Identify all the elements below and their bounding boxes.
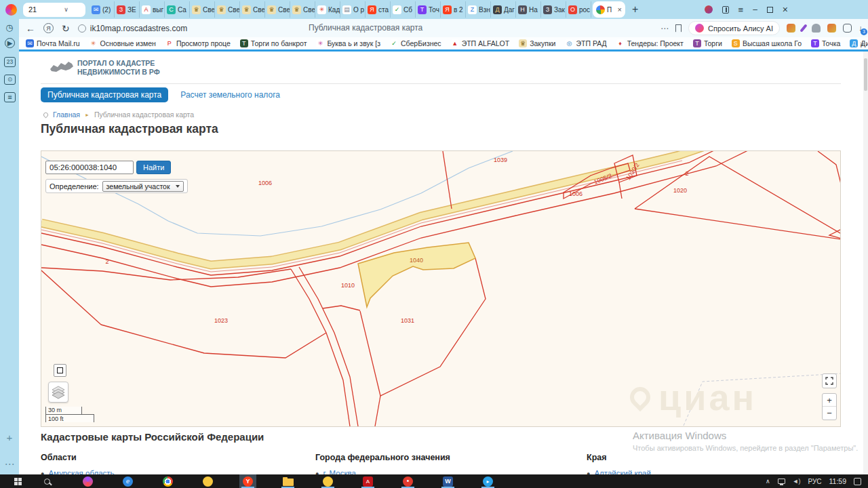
close-tab-icon[interactable]: ×	[618, 5, 622, 14]
breadcrumb-home[interactable]: Главная	[53, 110, 80, 119]
scrollbar-thumb[interactable]	[864, 58, 867, 91]
tray-expand-icon[interactable]: ∧	[766, 478, 770, 485]
bookmark-flag-icon[interactable]	[675, 24, 682, 33]
browser-tab[interactable]: ▤ О р	[340, 1, 366, 18]
active-browser-tab[interactable]: П ×	[593, 1, 625, 18]
bookmark-item[interactable]: ◎ ЭТП РАД	[565, 39, 606, 47]
browser-tab[interactable]: Т Точ	[416, 1, 441, 18]
object-type-select[interactable]: земельный участок	[102, 181, 184, 192]
site-info-icon[interactable]	[78, 24, 86, 33]
network-icon[interactable]	[778, 479, 785, 484]
bookmark-item[interactable]: ✓ СберБизнес	[390, 39, 441, 47]
chrome-icon[interactable]	[159, 474, 176, 488]
browser-tab[interactable]: ♛ Све	[290, 1, 315, 18]
browser-tab[interactable]: А выг	[140, 1, 165, 18]
bookmark-item[interactable]: ♛ Закупки	[519, 39, 555, 47]
refresh-icon[interactable]: ↻	[62, 23, 70, 34]
browser-tab[interactable]: Н На	[516, 1, 541, 18]
side-panel-icon[interactable]	[722, 6, 729, 14]
notes-icon[interactable]: ≣	[4, 92, 16, 102]
bookmark-item[interactable]: ♦ Тендеры: Проект	[616, 39, 684, 47]
ask-alice-button[interactable]: Спросить Алису AI	[688, 21, 780, 35]
bookmark-item[interactable]: Р Просмотр проце	[165, 39, 231, 47]
browser-tab[interactable]: ♛ Све	[190, 1, 215, 18]
page-scrollbar[interactable]	[863, 52, 868, 474]
bookmark-item[interactable]: Т Торги по банкрот	[240, 39, 307, 47]
profile-avatar[interactable]	[705, 5, 713, 14]
alice-icon[interactable]	[79, 474, 96, 488]
red-dot-icon[interactable]: •	[399, 474, 416, 488]
tab-group-pill[interactable]: 21 ∨	[23, 3, 85, 17]
word-icon[interactable]: W	[439, 474, 456, 488]
browser-tab[interactable]: Д Даг	[491, 1, 516, 18]
browser-tab[interactable]: Я в 2	[441, 1, 466, 18]
play-icon[interactable]: ▶	[5, 38, 15, 48]
cadastral-number-input[interactable]	[45, 161, 134, 174]
browser-tab[interactable]: З Зак	[541, 1, 566, 18]
more-actions-icon[interactable]: ⋯	[660, 24, 669, 33]
cadastral-map[interactable]: циан 103910061005/21030/2210201006210401…	[41, 150, 841, 427]
acrobat-icon[interactable]: A	[359, 474, 376, 488]
browser-tab[interactable]: ♛ Све	[215, 1, 240, 18]
sbis-2-icon[interactable]	[319, 474, 336, 488]
more-dots-icon[interactable]: ⋯	[0, 458, 19, 470]
bookmark-item[interactable]: ✉ Почта Mail.ru	[26, 39, 80, 47]
back-icon[interactable]: ←	[26, 23, 35, 34]
bookmark-item[interactable]: ▲ ЭТП ALFALOT	[451, 39, 510, 47]
fullscreen-button[interactable]	[822, 373, 837, 388]
minimize-button[interactable]: –	[753, 5, 757, 14]
taskbar-search-button[interactable]	[39, 474, 56, 488]
bookmark-item[interactable]: Т Точка	[811, 39, 840, 47]
tab-land-tax-calc[interactable]: Расчет земельного налога	[180, 90, 280, 100]
browser-tab[interactable]: Я ста	[366, 1, 391, 18]
search-button[interactable]: Найти	[136, 161, 171, 174]
history-clock-icon[interactable]: ◷	[0, 22, 19, 33]
menu-icon[interactable]: ≡	[738, 5, 744, 15]
add-icon[interactable]: +	[0, 432, 19, 443]
tab-counter-badge[interactable]: 23	[4, 57, 16, 67]
extension-icon[interactable]	[787, 24, 795, 33]
browser-tab[interactable]: ♛ Све	[265, 1, 290, 18]
taskbar-clock[interactable]: 11:59	[829, 477, 847, 485]
browser-tab[interactable]: ✓ Сб	[391, 1, 416, 18]
browser-tab[interactable]: З ЗЕ	[115, 1, 140, 18]
extent-tool-button[interactable]	[54, 364, 66, 377]
yandex-browser-logo-icon[interactable]	[5, 4, 17, 16]
yandex-browser-icon[interactable]: Y	[239, 474, 256, 488]
action-center-icon[interactable]	[854, 478, 861, 485]
browser-tab[interactable]: C Са	[165, 1, 190, 18]
bookmark-item[interactable]: S Высшая школа Го	[732, 39, 802, 47]
speaker-icon[interactable]: ◄)	[793, 478, 801, 485]
zoom-out-button[interactable]: −	[823, 407, 836, 420]
browser-tab[interactable]: ✉ (2)	[90, 1, 115, 18]
keyboard-language[interactable]: РУС	[808, 478, 821, 485]
bookmarks-overflow-icon[interactable]: »	[860, 39, 864, 47]
maximize-button[interactable]	[767, 7, 773, 13]
close-window-button[interactable]: ×	[783, 4, 788, 15]
bookmark-item[interactable]: ✳ Основные измен	[90, 39, 156, 47]
start-button[interactable]	[9, 474, 26, 488]
extension-icon[interactable]	[827, 24, 836, 33]
extension-icon[interactable]	[812, 24, 821, 33]
screenshot-icon[interactable]: ⊙	[4, 75, 16, 85]
bookmark-item[interactable]: ✳ Буква ь и звук [з	[316, 39, 380, 47]
zoom-in-button[interactable]: +	[823, 394, 836, 407]
collections-icon[interactable]	[843, 24, 852, 33]
sbis-icon[interactable]	[199, 474, 216, 488]
telegram-icon[interactable]: ▸	[479, 474, 496, 488]
yandex-search-icon[interactable]: Я	[43, 23, 54, 33]
layers-button[interactable]	[48, 382, 68, 403]
pen-extension-icon[interactable]	[800, 24, 807, 33]
browser-tab[interactable]: Z Взн	[466, 1, 491, 18]
browser-tab[interactable]: ♛ Све	[240, 1, 265, 18]
downloads-icon[interactable]: ↓3	[859, 24, 863, 33]
browser-blue-icon[interactable]: e	[119, 474, 136, 488]
url-text[interactable]: ik10map.roscadastres.com	[90, 24, 187, 33]
tab-public-cadastral-map[interactable]: Публичная кадастровая карта	[41, 87, 168, 102]
browser-tab[interactable]: О рос	[566, 1, 591, 18]
new-tab-button[interactable]: +	[632, 3, 638, 16]
explorer-icon[interactable]	[279, 474, 296, 488]
browser-tab[interactable]: ✳ Кад	[315, 1, 340, 18]
bookmark-item[interactable]: Д Дистанционное о	[850, 39, 868, 47]
bookmark-item[interactable]: Т Торги	[693, 39, 722, 47]
